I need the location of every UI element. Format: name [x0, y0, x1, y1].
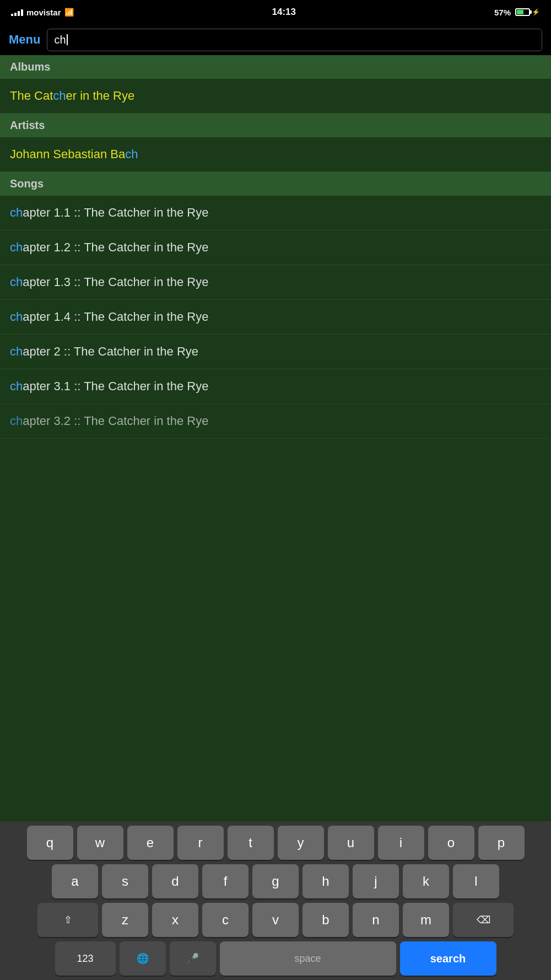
song-highlight-2: ch — [10, 240, 23, 254]
song-result-3[interactable]: chapter 1.3 :: The Catcher in the Rye — [0, 265, 551, 300]
search-field-container[interactable]: ch — [47, 29, 542, 51]
song-rest-2: apter 1.2 :: The Catcher in the Rye — [23, 240, 208, 254]
album-title-text: The Catcher in the Rye — [10, 89, 134, 103]
mic-key[interactable]: 🎤 — [170, 941, 216, 976]
key-a[interactable]: a — [52, 864, 98, 898]
keyboard-row-3: ⇧ z x c v b n m ⌫ — [2, 903, 549, 937]
song-rest-5: apter 2 :: The Catcher in the Rye — [23, 344, 198, 358]
key-k[interactable]: k — [403, 864, 449, 898]
key-p[interactable]: p — [478, 826, 525, 860]
key-q[interactable]: q — [27, 826, 73, 860]
status-time: 14:13 — [272, 7, 296, 18]
key-j[interactable]: j — [353, 864, 399, 898]
key-w[interactable]: w — [77, 826, 123, 860]
song-result-5[interactable]: chapter 2 :: The Catcher in the Rye — [0, 335, 551, 369]
backspace-key[interactable]: ⌫ — [453, 903, 514, 937]
artist-highlight: ch — [125, 147, 138, 161]
key-d[interactable]: d — [152, 864, 198, 898]
section-header-songs: Songs — [0, 172, 551, 196]
song-rest-6: apter 3.1 :: The Catcher in the Rye — [23, 379, 208, 393]
number-key[interactable]: 123 — [55, 941, 116, 976]
text-cursor — [67, 34, 68, 45]
shift-key[interactable]: ⇧ — [37, 903, 98, 937]
song-rest-1: apter 1.1 :: The Catcher in the Rye — [23, 206, 208, 219]
artist-result-1[interactable]: Johann Sebastian Bach — [0, 137, 551, 172]
song-rest-3: apter 1.3 :: The Catcher in the Rye — [23, 275, 208, 289]
song-rest-7: apter 3.2 :: The Catcher in the Rye — [23, 414, 208, 428]
song-highlight-7: ch — [10, 414, 23, 428]
battery-icon — [515, 8, 530, 16]
song-result-7-partial[interactable]: chapter 3.2 :: The Catcher in the Rye — [0, 404, 551, 439]
section-header-artists: Artists — [0, 114, 551, 137]
wifi-icon: 📶 — [64, 8, 74, 17]
song-result-4[interactable]: chapter 1.4 :: The Catcher in the Rye — [0, 300, 551, 335]
section-header-albums: Albums — [0, 55, 551, 79]
status-right: 57% ⚡ — [494, 8, 540, 17]
battery-indicator: ⚡ — [515, 8, 540, 16]
song-highlight-4: ch — [10, 310, 23, 324]
signal-bar-1 — [11, 14, 13, 16]
key-e[interactable]: e — [127, 826, 174, 860]
key-u[interactable]: u — [328, 826, 374, 860]
key-o[interactable]: o — [428, 826, 474, 860]
key-x[interactable]: x — [152, 903, 198, 937]
keyboard-row-4: 123 🌐 🎤 space search — [2, 941, 549, 976]
globe-key[interactable]: 🌐 — [120, 941, 166, 976]
carrier-name: movistar — [26, 8, 61, 17]
album-highlight: ch — [53, 89, 66, 103]
battery-percent: 57% — [494, 8, 511, 17]
nav-bar: Menu ch — [0, 24, 551, 55]
key-f[interactable]: f — [202, 864, 249, 898]
song-result-6[interactable]: chapter 3.1 :: The Catcher in the Rye — [0, 369, 551, 404]
artist-title-text: Johann Sebastian Bach — [10, 147, 138, 161]
song-highlight-1: ch — [10, 206, 23, 219]
song-result-2[interactable]: chapter 1.2 :: The Catcher in the Rye — [0, 230, 551, 265]
signal-bar-3 — [18, 11, 20, 16]
key-c[interactable]: c — [202, 903, 249, 937]
signal-bar-2 — [14, 13, 17, 16]
key-l[interactable]: l — [453, 864, 499, 898]
song-highlight-6: ch — [10, 379, 23, 393]
song-highlight-3: ch — [10, 275, 23, 289]
song-rest-4: apter 1.4 :: The Catcher in the Rye — [23, 310, 208, 324]
song-highlight-5: ch — [10, 344, 23, 358]
key-t[interactable]: t — [228, 826, 274, 860]
results-area: Albums The Catcher in the Rye Artists Jo… — [0, 55, 551, 821]
status-left: movistar 📶 — [11, 8, 74, 17]
album-result-1[interactable]: The Catcher in the Rye — [0, 79, 551, 114]
signal-bar-4 — [21, 9, 23, 16]
battery-fill — [517, 10, 523, 14]
key-b[interactable]: b — [302, 903, 349, 937]
keyboard-row-2: a s d f g h j k l — [2, 864, 549, 898]
keyboard: q w e r t y u i o p a s d f g h j k l ⇧ … — [0, 821, 551, 980]
charging-icon: ⚡ — [532, 8, 540, 16]
song-result-1[interactable]: chapter 1.1 :: The Catcher in the Rye — [0, 196, 551, 230]
search-key[interactable]: search — [400, 941, 496, 976]
keyboard-row-1: q w e r t y u i o p — [2, 826, 549, 860]
search-field-value: ch — [54, 34, 66, 46]
key-i[interactable]: i — [378, 826, 424, 860]
space-key[interactable]: space — [220, 941, 396, 976]
key-v[interactable]: v — [252, 903, 299, 937]
key-h[interactable]: h — [302, 864, 349, 898]
key-m[interactable]: m — [403, 903, 449, 937]
key-r[interactable]: r — [177, 826, 224, 860]
status-bar: movistar 📶 14:13 57% ⚡ — [0, 0, 551, 24]
key-z[interactable]: z — [102, 903, 148, 937]
signal-bars-icon — [11, 8, 23, 16]
menu-button[interactable]: Menu — [9, 33, 40, 47]
key-g[interactable]: g — [252, 864, 299, 898]
key-y[interactable]: y — [278, 826, 324, 860]
key-s[interactable]: s — [102, 864, 148, 898]
key-n[interactable]: n — [353, 903, 399, 937]
